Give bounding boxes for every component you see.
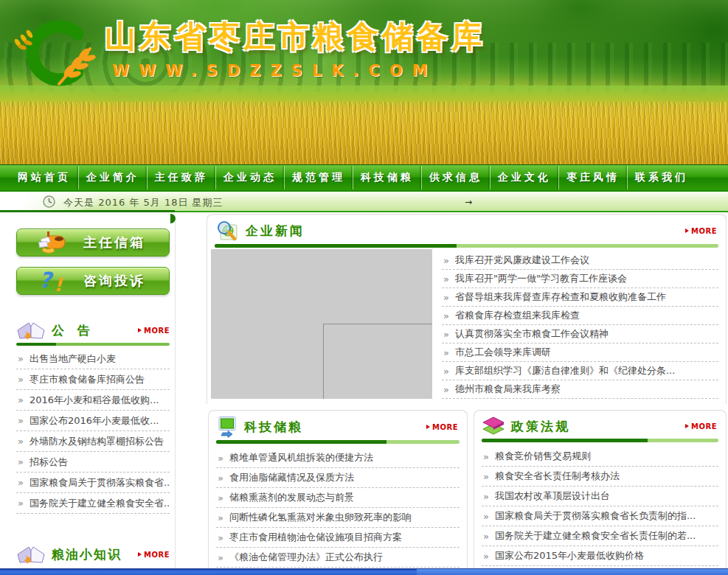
policy-list-item[interactable]: 国家粮食局关于贯彻落实粮食省长负责制的指... — [482, 506, 718, 526]
policy-item-text: 粮食安全省长责任制考核办法 — [495, 470, 620, 483]
tech-more-link[interactable]: MORE — [426, 423, 458, 431]
content-area: 主任信箱 ? ! 咨询投诉 公 告 M — [0, 212, 728, 568]
nav-item[interactable]: 科技储粮 — [353, 166, 421, 189]
page: 山东省枣庄市粮食储备库 WWW.SDZZSLK.COM 网站首页 企业简介 主任… — [0, 0, 728, 575]
nav-item[interactable]: 企业文化 — [490, 166, 558, 189]
svg-text:!: ! — [54, 274, 63, 293]
marquee-arrow-icon: → — [465, 197, 472, 207]
tech-item-text: 枣庄市食用植物油仓储设施项目招商方案 — [229, 531, 402, 544]
notice-item-text: 出售当地产硬白小麦 — [30, 352, 116, 366]
double-arrow-bullet-icon — [18, 374, 24, 385]
knowledge-header: 粮油小知识 MORE — [16, 545, 170, 564]
banner: 山东省枣庄市粮食储备库 WWW.SDZZSLK.COM — [0, 0, 728, 164]
tech-header: 科技储粮 MORE — [209, 411, 467, 438]
notice-list-item[interactable]: 国家公布2016年小麦最低收... — [16, 411, 170, 431]
tech-list-item[interactable]: 储粮熏蒸剂的发展动态与前景 — [216, 488, 460, 508]
news-list-item[interactable]: 市总工会领导来库调研 — [442, 344, 718, 362]
policy-list-item[interactable]: 粮食安全省长责任制考核办法 — [482, 467, 718, 487]
double-arrow-bullet-icon — [218, 453, 223, 464]
magnifier-news-icon — [215, 220, 240, 242]
news-list-item[interactable]: 省粮食库存检查组来我库检查 — [442, 307, 718, 325]
news-item-text: 认真贯彻落实全市粮食工作会议精神 — [455, 327, 609, 341]
knowledge-title: 粮油小知识 — [52, 546, 122, 563]
nav-item[interactable]: 企业简介 — [78, 166, 147, 189]
mailbox-icon — [36, 230, 70, 255]
nav-item[interactable]: 企业动态 — [215, 166, 284, 189]
notice-list-item[interactable]: 外墙防水及钢结构罩棚招标公告 — [16, 431, 170, 452]
director-mailbox-button[interactable]: 主任信箱 — [16, 229, 170, 257]
double-arrow-bullet-icon — [218, 473, 223, 484]
news-list-item[interactable]: 认真贯彻落实全市粮食工作会议精神 — [442, 325, 718, 344]
news-item-text: 我库召开党风廉政建设工作会议 — [455, 254, 589, 267]
books-icon — [482, 416, 505, 436]
double-arrow-bullet-icon — [443, 384, 449, 395]
news-list-item[interactable]: 省督导组来我库督查库存检查和夏粮收购准备工作 — [442, 288, 718, 307]
policy-list-item[interactable]: 我国农村改革顶层设计出台 — [482, 487, 718, 506]
double-arrow-bullet-icon — [443, 329, 449, 340]
policy-underline — [482, 439, 718, 442]
tech-item-text: 间断性磷化氢熏蒸对米象虫卵致死率的影响 — [229, 511, 412, 524]
policy-more-link[interactable]: MORE — [685, 422, 717, 431]
double-arrow-bullet-icon — [443, 347, 449, 358]
nav-item[interactable]: 规范管理 — [284, 166, 353, 189]
current-date-text: 今天是 2016 年 5月 18日 星期三 — [63, 196, 223, 209]
notice-list-item[interactable]: 2016年小麦和稻谷最低收购... — [16, 390, 170, 411]
double-arrow-bullet-icon — [443, 273, 449, 285]
tech-list-item[interactable]: 粮堆单管通风机组拆装的便捷方法 — [216, 448, 460, 468]
double-arrow-bullet-icon — [18, 394, 24, 405]
notice-item-text: 2016年小麦和稻谷最低收购... — [30, 394, 159, 407]
nav-item[interactable]: 联系我们 — [627, 166, 696, 189]
news-item-text: 我库召开"两学一做"学习教育工作座谈会 — [455, 272, 627, 285]
tech-title: 科技储粮 — [244, 419, 303, 436]
double-arrow-bullet-icon — [18, 498, 24, 509]
notice-item-text: 枣庄市粮食储备库招商公告 — [30, 373, 145, 386]
monitor-icon — [216, 416, 238, 438]
notice-list-item[interactable]: 国务院关于建立健全粮食安全省... — [16, 493, 170, 514]
news-list-item[interactable]: 我库召开"两学一做"学习教育工作座谈会 — [442, 270, 718, 288]
policy-list-item[interactable]: 国家公布2015年小麦最低收购价格 — [482, 546, 718, 566]
policy-list: 粮食竞价销售交易规则 粮食安全省长责任制考核办法 我国农村改革顶层设计出台 — [482, 447, 718, 575]
tech-list-item[interactable]: 间断性磷化氢熏蒸对米象虫卵致死率的影响 — [216, 508, 460, 528]
double-arrow-bullet-icon — [483, 471, 489, 482]
clock-icon — [43, 195, 55, 208]
notice-list-item[interactable]: 枣庄市粮食储备库招商公告 — [16, 369, 170, 390]
knowledge-more-link[interactable]: MORE — [138, 551, 170, 559]
tech-item-text: 食用油脂储藏情况及保质方法 — [229, 471, 354, 484]
notice-more-link[interactable]: MORE — [138, 327, 170, 335]
policy-item-text: 国家粮食局关于贯彻落实粮食省长负责制的指... — [495, 509, 696, 523]
notice-item-text: 国家粮食局关于贯彻落实粮食省... — [30, 476, 170, 489]
news-image-placeholder[interactable] — [211, 249, 432, 399]
news-list-item[interactable]: 德州市粮食局来我库考察 — [442, 380, 718, 399]
nav-item[interactable]: 网站首页 — [10, 166, 78, 189]
nav-item[interactable]: 供求信息 — [421, 166, 490, 189]
news-list-item[interactable]: 库支部组织学习《廉洁自律准则》和《纪律处分条... — [442, 362, 718, 380]
news-header: 企业新闻 MORE — [207, 215, 726, 242]
notice-list-item[interactable]: 国家粮食局关于贯彻落实粮食省... — [16, 473, 170, 493]
notice-underline — [16, 343, 170, 346]
policy-list-item[interactable]: 粮食竞价销售交易规则 — [482, 447, 718, 467]
nav-item[interactable]: 枣庄风情 — [558, 166, 627, 189]
policy-list-item[interactable]: 国务院关于建立健全粮食安全省长责任制的若... — [482, 526, 718, 546]
notice-list-item[interactable]: 招标公告 — [16, 452, 170, 473]
tech-list-item[interactable]: 食用油脂储藏情况及保质方法 — [216, 468, 460, 488]
news-item-text: 市总工会领导来库调研 — [455, 346, 551, 359]
double-arrow-bullet-icon — [483, 551, 489, 562]
tech-section: 科技储粮 MORE 粮堆单管通风机组拆装的便捷方法 食用油脂储藏 — [208, 410, 468, 568]
tech-list-item[interactable]: 《粮油仓储管理办法》正式公布执行 — [216, 548, 460, 568]
policy-item-text: 我国农村改革顶层设计出台 — [495, 489, 610, 503]
consult-complaint-button[interactable]: ? ! 咨询投诉 — [16, 267, 170, 295]
banner-wheat-field-art — [0, 102, 728, 164]
tech-underline — [216, 440, 460, 444]
news-more-link[interactable]: MORE — [685, 227, 717, 235]
notice-list-item[interactable]: 出售当地产硬白小麦 — [16, 349, 170, 369]
news-list-item[interactable]: 我库召开党风廉政建设工作会议 — [442, 251, 718, 270]
tech-list-item[interactable]: 枣庄市食用植物油仓储设施项目招商方案 — [216, 528, 460, 548]
site-title: 山东省枣庄市粮食储备库 — [105, 16, 486, 58]
taskbar-edge — [0, 568, 728, 575]
policy-title: 政策法规 — [511, 418, 570, 435]
notice-section: 公 告 MORE 出售当地产硬白小麦 枣庄市粮食储备库招商公告 — [16, 321, 170, 514]
double-arrow-bullet-icon — [483, 531, 489, 542]
double-arrow-bullet-icon — [18, 436, 24, 447]
consult-complaint-label: 咨询投诉 — [83, 272, 145, 290]
nav-item[interactable]: 主任致辞 — [147, 166, 215, 189]
